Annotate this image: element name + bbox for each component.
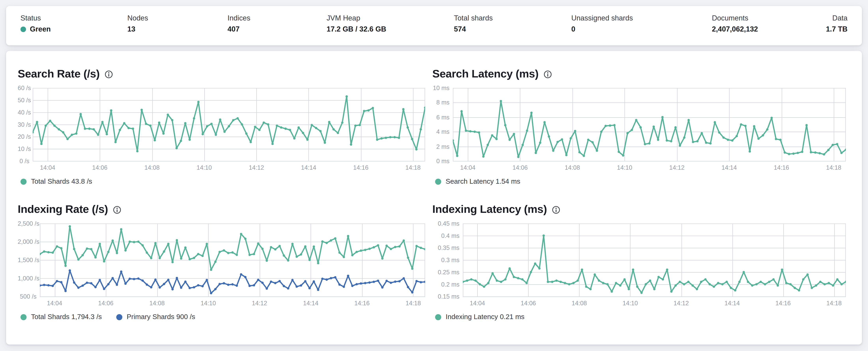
stat-label: Indices [227, 13, 250, 23]
data-point [158, 121, 160, 124]
stat-value: 1.7 TB [826, 24, 847, 34]
data-point [56, 245, 58, 248]
data-point [347, 235, 349, 237]
y-axis-tick-label: 40 /s [18, 108, 29, 116]
data-point [48, 284, 50, 287]
data-point [670, 290, 673, 293]
data-point [411, 268, 413, 270]
x-axis-tick-label: 14:04 [35, 164, 60, 171]
data-point [670, 140, 672, 142]
data-point [75, 133, 78, 135]
y-axis-tick-label: 10 ms [432, 84, 450, 92]
data-point [557, 141, 559, 143]
data-point [343, 286, 345, 288]
data-point [129, 278, 131, 280]
data-point [373, 281, 375, 283]
data-point [176, 239, 178, 241]
data-point [785, 282, 787, 284]
data-point [517, 277, 520, 279]
data-point [500, 281, 502, 283]
data-point [487, 282, 490, 284]
data-point [559, 281, 562, 283]
data-point [274, 248, 277, 250]
data-point [635, 119, 638, 121]
data-point [398, 280, 401, 282]
data-point [300, 253, 302, 256]
stat-data: Data1.7 TB [826, 13, 847, 34]
data-point [768, 281, 770, 283]
data-point [219, 118, 221, 121]
data-point [639, 126, 642, 129]
data-point [377, 279, 379, 282]
stat-label: Total shards [454, 13, 493, 23]
data-point [403, 240, 405, 242]
y-axis-tick-label: 0 ms [432, 157, 450, 165]
stat-label: Nodes [127, 13, 148, 23]
chart-title: Search Latency (ms) [432, 66, 538, 81]
data-point [811, 287, 813, 289]
data-point [615, 282, 617, 284]
stat-status: StatusGreen [21, 13, 51, 34]
data-point [197, 253, 199, 255]
health-status-dot [21, 27, 26, 32]
data-point [548, 135, 550, 138]
data-point [343, 256, 345, 258]
data-point [40, 284, 41, 287]
data-point [171, 119, 174, 121]
chart-header: Indexing Rate (/s) [18, 201, 121, 217]
chart-title: Indexing Latency (ms) [432, 201, 547, 217]
data-point [237, 117, 239, 119]
data-point [631, 129, 633, 131]
indexing-rate-plot[interactable] [40, 223, 425, 297]
search-rate-plot[interactable] [33, 88, 425, 162]
stat-label: Data [826, 13, 847, 23]
search-latency-plot[interactable] [453, 88, 846, 162]
cluster-status-bar: StatusGreenNodes13Indices407JVM Heap17.2… [6, 6, 862, 45]
info-icon[interactable] [104, 70, 113, 78]
data-point [293, 137, 296, 140]
data-point [657, 139, 659, 141]
data-point [622, 154, 624, 157]
data-point [836, 143, 838, 145]
data-point [828, 282, 830, 284]
series-line-indexing-latency [463, 236, 846, 293]
data-point [360, 282, 362, 285]
x-axis-tick-label: 14:06 [516, 299, 540, 307]
stat-value: 2,407,062,132 [712, 24, 758, 34]
info-icon[interactable] [544, 70, 552, 78]
data-point [197, 284, 199, 287]
stat-documents: Documents2,407,062,132 [712, 13, 758, 34]
data-point [266, 287, 268, 290]
data-point [302, 132, 304, 134]
data-point [738, 281, 741, 283]
data-point [394, 246, 396, 248]
data-point [137, 240, 140, 243]
data-point [470, 278, 472, 281]
data-point [722, 136, 725, 139]
data-point [600, 131, 602, 133]
data-point [69, 225, 71, 227]
data-point [283, 254, 285, 257]
data-point [679, 281, 681, 283]
data-point [123, 122, 125, 125]
data-point [105, 133, 108, 135]
data-point [180, 287, 182, 289]
indexing-latency-plot[interactable] [463, 223, 846, 297]
data-point [628, 288, 630, 290]
data-point [115, 141, 117, 143]
data-point [771, 117, 773, 119]
data-point [64, 265, 67, 267]
y-axis-tick-label: 50 /s [18, 96, 29, 104]
data-point [717, 282, 719, 284]
info-icon[interactable] [552, 205, 560, 214]
info-icon[interactable] [113, 205, 121, 214]
data-point [308, 259, 311, 261]
legend-item-primary-shards: Primary Shards 900 /s [116, 312, 195, 321]
data-point [99, 279, 101, 281]
data-point [687, 119, 690, 121]
data-point [411, 138, 413, 140]
data-point [757, 138, 760, 140]
series-line-search-latency [453, 101, 846, 157]
data-point [565, 154, 567, 156]
data-point [175, 147, 178, 149]
